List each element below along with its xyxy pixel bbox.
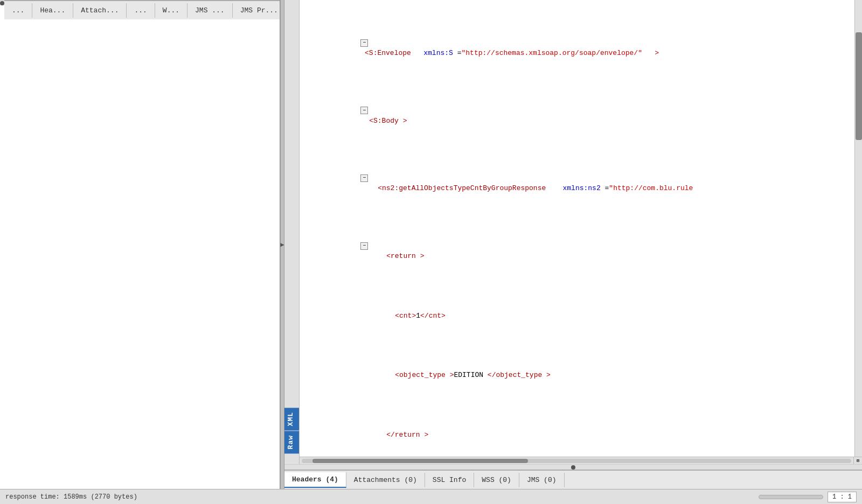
- right-bottom-tabs: Headers (4) Attachments (0) SSL Info WSS…: [284, 470, 862, 489]
- right-raw-tab[interactable]: Raw: [284, 431, 299, 453]
- right-line-2: − <S:Body >: [302, 94, 850, 138]
- main-area: XML Raw − <soapenv:Envelope xmlns:soapen…: [0, 0, 862, 489]
- status-bar: response time: 1589ms (2770 bytes) 1 : 1: [0, 489, 862, 504]
- status-right: 1 : 1: [759, 492, 857, 502]
- right-tab-jms[interactable]: JMS (0): [519, 473, 565, 487]
- right-line-4: − <return >: [302, 229, 850, 273]
- right-xml-content[interactable]: − <S:Envelope xmlns:S ="http://schemas.x…: [300, 0, 854, 457]
- right-panel-wrapper: XML Raw − <S:Envelope xmlns:S ="http://s…: [284, 0, 862, 489]
- left-tab-headers[interactable]: Hea...: [32, 3, 73, 18]
- right-tab-headers[interactable]: Headers (4): [284, 472, 346, 488]
- divider-arrow: ▶: [280, 241, 284, 249]
- right-tab-wss[interactable]: WSS (0): [474, 473, 519, 487]
- right-collapse-4[interactable]: −: [360, 242, 368, 250]
- right-tab-attachments[interactable]: Attachments (0): [346, 473, 425, 487]
- left-dot: [0, 1, 4, 5]
- right-line-1: − <S:Envelope xmlns:S ="http://schemas.x…: [302, 26, 850, 70]
- right-line-3: − <ns2:getAllObjectsTypeCntByGroupRespon…: [302, 162, 850, 205]
- right-corner-btn[interactable]: ⊞: [853, 457, 862, 465]
- right-hscrollbar[interactable]: ⊞: [300, 457, 862, 464]
- left-panel: XML Raw − <soapenv:Envelope xmlns:soapen…: [0, 0, 280, 489]
- left-tab-jms[interactable]: JMS ...: [187, 3, 233, 18]
- right-vscrollbar-thumb[interactable]: [856, 32, 862, 140]
- right-hscrollbar-thumb[interactable]: [312, 459, 528, 463]
- right-xml-tab[interactable]: XML: [284, 408, 299, 430]
- right-tab-ssl[interactable]: SSL Info: [425, 473, 474, 487]
- right-content-area: XML Raw − <S:Envelope xmlns:S ="http://s…: [284, 0, 862, 464]
- panel-divider[interactable]: ▶: [280, 0, 284, 489]
- response-time: response time: 1589ms (2770 bytes): [5, 493, 137, 501]
- right-vscrollbar[interactable]: [854, 0, 862, 457]
- right-line-7: − </return >: [302, 408, 850, 451]
- left-tab-w[interactable]: W...: [155, 3, 187, 18]
- right-collapse-2[interactable]: −: [360, 107, 368, 114]
- left-dot-row: [0, 0, 4, 5]
- right-dot: [571, 465, 575, 470]
- right-side-tabs: XML Raw: [284, 0, 300, 464]
- zoom-level: 1 : 1: [828, 492, 857, 502]
- left-tab-attachments[interactable]: Attach...: [73, 3, 127, 18]
- left-tab-ellipsis2[interactable]: ...: [127, 3, 155, 18]
- right-collapse-3[interactable]: −: [360, 174, 368, 182]
- left-tab-ellipsis1[interactable]: ...: [4, 3, 32, 18]
- status-hscrollbar[interactable]: [759, 495, 823, 499]
- right-line-6: − <object_type >EDITION </object_type >: [302, 348, 850, 392]
- right-dot-row: [284, 464, 862, 470]
- left-bottom-tabs: ... Hea... Attach... ... W... JMS ... JM…: [4, 0, 280, 19]
- right-line-5: − <cnt>1</cnt>: [302, 289, 850, 332]
- right-collapse-1[interactable]: −: [360, 39, 368, 47]
- left-tab-jmsprop[interactable]: JMS Pr...: [233, 3, 280, 18]
